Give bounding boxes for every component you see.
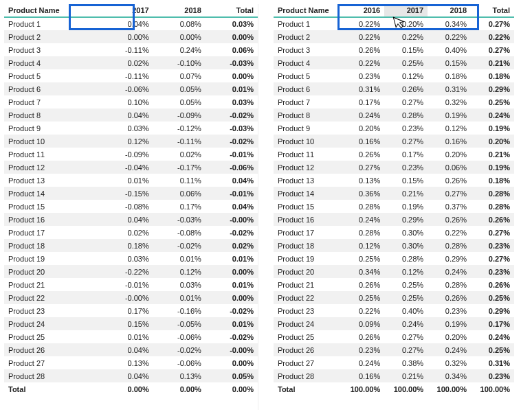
cell-value: 0.24% <box>471 330 514 343</box>
table-row[interactable]: Product 70.17%0.27%0.32%0.25% <box>274 95 514 108</box>
table-row[interactable]: Product 280.04%0.13%0.05% <box>4 369 258 382</box>
cell-value: 0.31% <box>471 356 514 369</box>
table-row[interactable]: Product 40.02%-0.10%-0.03% <box>4 56 258 69</box>
table-row[interactable]: Product 200.34%0.12%0.24%0.23% <box>274 265 514 278</box>
table-row[interactable]: Product 90.03%-0.12%-0.03% <box>4 122 258 135</box>
cell-value: 0.16% <box>341 369 384 382</box>
table-row[interactable]: Product 40.22%0.25%0.15%0.21% <box>274 56 514 69</box>
table-row[interactable]: Product 60.31%0.26%0.31%0.29% <box>274 82 514 95</box>
table-row[interactable]: Product 110.26%0.17%0.20%0.21% <box>274 148 514 161</box>
cell-value: 0.22% <box>341 17 384 30</box>
table-row[interactable]: Product 70.10%0.05%0.03% <box>4 95 258 108</box>
table-row[interactable]: Product 270.13%-0.06%0.00% <box>4 356 258 369</box>
table-row[interactable]: Product 170.28%0.30%0.22%0.27% <box>274 226 514 239</box>
table-row[interactable]: Product 14-0.15%0.06%-0.01% <box>4 187 258 200</box>
table-row[interactable]: Product 260.04%-0.02%-0.00% <box>4 343 258 356</box>
table-row[interactable]: Product 180.18%-0.02%0.02% <box>4 239 258 252</box>
table-row[interactable]: Product 270.24%0.38%0.32%0.31% <box>274 356 514 369</box>
scroll-area-left[interactable]: Product Name 2017 2018 Total Product 10.… <box>4 4 258 410</box>
table-row[interactable]: Product 190.25%0.28%0.29%0.27% <box>274 252 514 265</box>
col-header-total[interactable]: Total <box>471 4 514 17</box>
col-header-2018[interactable]: 2018 <box>428 4 471 17</box>
col-header-product[interactable]: Product Name <box>4 4 101 17</box>
table-row[interactable]: Product 230.17%-0.16%-0.02% <box>4 304 258 317</box>
cell-value: 0.13% <box>101 356 153 369</box>
total-value: 0.00% <box>206 382 258 395</box>
table-row[interactable]: Product 230.22%0.40%0.23%0.29% <box>274 304 514 317</box>
table-row[interactable]: Product 21-0.01%0.03%0.01% <box>4 278 258 291</box>
col-header-2017[interactable]: 2017 <box>101 4 153 17</box>
table-row[interactable]: Product 20.22%0.22%0.22%0.22% <box>274 30 514 43</box>
total-row[interactable]: Total0.00%0.00%0.00% <box>4 382 258 395</box>
table-row[interactable]: Product 210.26%0.25%0.28%0.26% <box>274 278 514 291</box>
col-header-product[interactable]: Product Name <box>274 4 341 17</box>
col-header-2016[interactable]: 2016 <box>341 4 384 17</box>
row-label: Product 28 <box>274 369 341 382</box>
cell-value: -0.06% <box>206 161 258 174</box>
table-row[interactable]: Product 190.03%0.01%0.01% <box>4 252 258 265</box>
table-row[interactable]: Product 6-0.06%0.05%0.01% <box>4 82 258 95</box>
col-header-2018[interactable]: 2018 <box>153 4 206 17</box>
col-header-total[interactable]: Total <box>206 4 258 17</box>
table-row[interactable]: Product 130.13%0.15%0.26%0.18% <box>274 174 514 187</box>
table-row[interactable]: Product 12-0.04%-0.17%-0.06% <box>4 161 258 174</box>
cell-value: -0.10% <box>153 56 206 69</box>
table-row[interactable]: Product 80.04%-0.09%-0.02% <box>4 108 258 122</box>
table-row[interactable]: Product 160.24%0.29%0.26%0.26% <box>274 213 514 226</box>
table-row[interactable]: Product 240.15%-0.05%0.01% <box>4 317 258 330</box>
table-row[interactable]: Product 50.23%0.12%0.18%0.18% <box>274 69 514 82</box>
cell-value: 0.12% <box>153 265 206 278</box>
table-row[interactable]: Product 10.22%0.20%0.34%0.27% <box>274 17 514 30</box>
row-label: Product 18 <box>274 239 341 252</box>
table-row[interactable]: Product 20.00%0.00%0.00% <box>4 30 258 43</box>
table-row[interactable]: Product 80.24%0.28%0.19%0.24% <box>274 108 514 122</box>
table-row[interactable]: Product 30.26%0.15%0.40%0.27% <box>274 43 514 56</box>
cell-value: 0.23% <box>471 265 514 278</box>
table-row[interactable]: Product 220.25%0.25%0.26%0.25% <box>274 291 514 304</box>
cell-value: 0.27% <box>471 252 514 265</box>
table-row[interactable]: Product 250.26%0.27%0.20%0.24% <box>274 330 514 343</box>
total-value: 100.00% <box>428 382 471 395</box>
cell-value: 0.16% <box>341 135 384 148</box>
table-row[interactable]: Product 15-0.08%0.17%0.04% <box>4 200 258 213</box>
table-row[interactable]: Product 11-0.09%0.02%-0.01% <box>4 148 258 161</box>
cell-value: 0.00% <box>206 265 258 278</box>
table-row[interactable]: Product 3-0.11%0.24%0.06% <box>4 43 258 56</box>
table-row[interactable]: Product 22-0.00%0.01%0.00% <box>4 291 258 304</box>
cell-value: -0.06% <box>153 330 206 343</box>
table-row[interactable]: Product 170.02%-0.08%-0.02% <box>4 226 258 239</box>
table-row[interactable]: Product 150.28%0.19%0.37%0.28% <box>274 200 514 213</box>
cell-value: -0.08% <box>153 226 206 239</box>
cell-value: 0.20% <box>341 122 384 135</box>
table-row[interactable]: Product 240.09%0.24%0.19%0.17% <box>274 317 514 330</box>
cell-value: 0.04% <box>101 343 153 356</box>
table-row[interactable]: Product 140.36%0.21%0.27%0.28% <box>274 187 514 200</box>
cell-value: -0.02% <box>206 304 258 317</box>
cell-value: -0.00% <box>206 343 258 356</box>
row-label: Product 23 <box>4 304 101 317</box>
row-label: Product 8 <box>274 108 341 122</box>
table-row[interactable]: Product 120.27%0.23%0.06%0.19% <box>274 161 514 174</box>
col-header-2017[interactable]: 2017 <box>384 4 428 17</box>
table-row[interactable]: Product 160.04%-0.03%-0.00% <box>4 213 258 226</box>
cell-value: 0.00% <box>206 69 258 82</box>
table-row[interactable]: Product 280.16%0.21%0.34%0.23% <box>274 369 514 382</box>
table-row[interactable]: Product 260.23%0.27%0.24%0.25% <box>274 343 514 356</box>
table-row[interactable]: Product 20-0.22%0.12%0.00% <box>4 265 258 278</box>
table-row[interactable]: Product 100.12%-0.11%-0.02% <box>4 135 258 148</box>
cell-value: 0.26% <box>384 82 428 95</box>
cell-value: -0.04% <box>101 161 153 174</box>
row-label: Product 27 <box>4 356 101 369</box>
table-row[interactable]: Product 10.04%0.08%0.03% <box>4 17 258 30</box>
row-label: Product 4 <box>4 56 101 69</box>
table-row[interactable]: Product 130.01%0.11%0.04% <box>4 174 258 187</box>
scroll-area-right[interactable]: Product Name 2016 2017 2018 Total Produc… <box>274 4 514 410</box>
total-value: 100.00% <box>471 382 514 395</box>
cell-value: 0.03% <box>206 95 258 108</box>
table-row[interactable]: Product 250.01%-0.06%-0.02% <box>4 330 258 343</box>
table-row[interactable]: Product 180.12%0.30%0.28%0.23% <box>274 239 514 252</box>
table-row[interactable]: Product 5-0.11%0.07%0.00% <box>4 69 258 82</box>
table-row[interactable]: Product 90.20%0.23%0.12%0.19% <box>274 122 514 135</box>
total-row[interactable]: Total100.00%100.00%100.00%100.00% <box>274 382 514 395</box>
table-row[interactable]: Product 100.16%0.27%0.16%0.20% <box>274 135 514 148</box>
